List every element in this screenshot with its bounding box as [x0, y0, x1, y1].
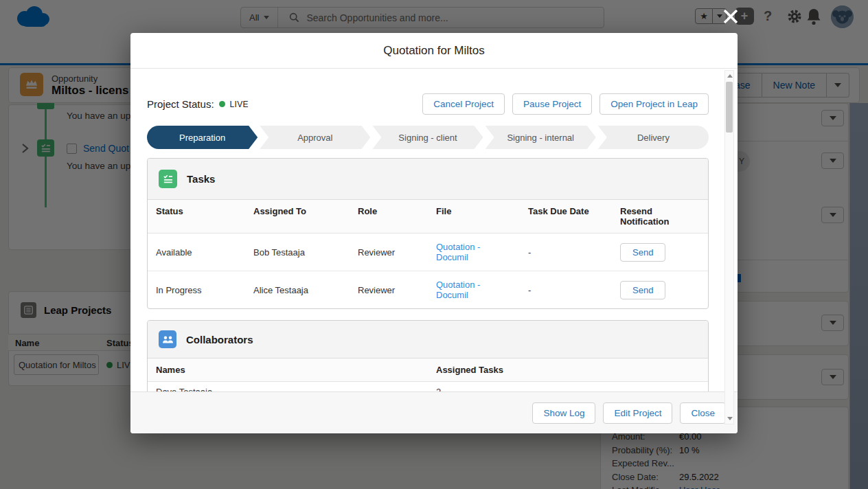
- column-assigned-to: Assigned To: [245, 200, 350, 233]
- send-notification-button[interactable]: Send: [620, 281, 665, 299]
- tasks-table-header: Status Assigned To Role File Task Due Da…: [148, 200, 708, 234]
- task-due-date: -: [520, 271, 612, 308]
- column-task-due-date: Task Due Date: [520, 200, 612, 233]
- column-names: Names: [148, 359, 428, 381]
- task-row: In Progress Alice Testaaja Reviewer Quot…: [148, 271, 708, 308]
- collaborators-table-header: Names Assigned Tasks: [148, 359, 708, 382]
- tasks-icon: [159, 170, 177, 188]
- project-status-value: LIVE: [230, 100, 249, 109]
- collaborators-section-header: Collaborators: [148, 321, 708, 359]
- open-project-in-leap-button[interactable]: Open Project in Leap: [599, 93, 709, 115]
- modal-scrollbar[interactable]: [724, 70, 734, 424]
- tasks-section-header: Tasks: [148, 159, 708, 200]
- collaborator-task-count: 2: [428, 382, 708, 391]
- path-step-signing-internal[interactable]: Signing - internal: [486, 126, 596, 149]
- collaborator-row: Dave Testaaja 2: [148, 382, 708, 391]
- cancel-project-button[interactable]: Cancel Project: [422, 93, 505, 115]
- pause-project-button[interactable]: Pause Project: [512, 93, 592, 115]
- path-step-delivery[interactable]: Delivery: [598, 126, 709, 149]
- path-step-preparation[interactable]: Preparation: [147, 126, 258, 149]
- edit-project-button[interactable]: Edit Project: [603, 402, 672, 424]
- path-step-signing-client[interactable]: Signing - client: [372, 126, 483, 149]
- collaborator-name: Dave Testaaja: [148, 382, 428, 391]
- task-role: Reviewer: [350, 234, 428, 271]
- dialog-header: Quotation for Miltos: [130, 33, 738, 69]
- column-assigned-tasks: Assigned Tasks: [428, 359, 708, 381]
- collaborators-icon: [159, 330, 176, 348]
- show-log-button[interactable]: Show Log: [532, 402, 595, 424]
- scroll-down-arrow[interactable]: [727, 417, 733, 420]
- collaborators-title: Collaborators: [186, 334, 253, 345]
- path-step-approval[interactable]: Approval: [260, 126, 370, 149]
- project-status-row: Project Status: LIVE Cancel Project Paus…: [147, 93, 709, 115]
- task-assigned-to: Bob Testaaja: [245, 234, 350, 271]
- task-assigned-to: Alice Testaaja: [245, 271, 350, 308]
- column-file: File: [428, 200, 520, 233]
- task-status: Available: [148, 234, 245, 271]
- column-role: Role: [350, 200, 428, 233]
- tasks-section: Tasks Status Assigned To Role File Task …: [147, 158, 709, 309]
- column-resend-notification: Resend Notification: [612, 200, 708, 233]
- collaborators-section: Collaborators Names Assigned Tasks Dave …: [147, 320, 709, 391]
- dialog-footer: Show Log Edit Project Close: [130, 391, 738, 433]
- close-button[interactable]: Close: [680, 402, 726, 424]
- task-file-link[interactable]: Quotation - Documil: [428, 234, 520, 271]
- column-status: Status: [148, 200, 245, 233]
- send-notification-button[interactable]: Send: [620, 243, 665, 262]
- tasks-title: Tasks: [187, 173, 215, 185]
- task-file-link[interactable]: Quotation - Documil: [428, 271, 520, 308]
- dialog-title: Quotation for Miltos: [383, 44, 484, 58]
- scrollbar-thumb[interactable]: [726, 82, 733, 133]
- live-status-dot-icon: [219, 101, 225, 107]
- task-role: Reviewer: [350, 271, 428, 308]
- dialog-body: Project Status: LIVE Cancel Project Paus…: [130, 69, 738, 391]
- scroll-up-arrow[interactable]: [727, 74, 733, 78]
- project-status-label: Project Status:: [147, 98, 214, 110]
- task-due-date: -: [520, 234, 612, 271]
- project-dialog: Quotation for Miltos Project Status: LIV…: [130, 33, 738, 433]
- modal-close-icon[interactable]: [722, 8, 740, 25]
- salesforce-page: All Search Opportunities and more... ★ +…: [0, 0, 868, 489]
- task-status: In Progress: [148, 271, 245, 308]
- task-row: Available Bob Testaaja Reviewer Quotatio…: [148, 234, 708, 271]
- project-stage-path: Preparation Approval Signing - client Si…: [147, 126, 709, 149]
